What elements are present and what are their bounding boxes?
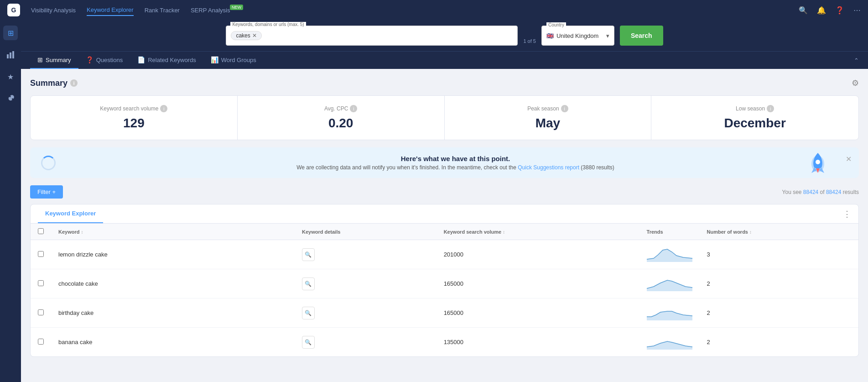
table-tab-row: Keyword Explorer ⋮ <box>31 204 858 224</box>
svg-marker-8 <box>647 341 692 350</box>
search-count: 1 of 5 <box>523 38 536 44</box>
results-total-link[interactable]: 88424 <box>826 189 841 195</box>
summary-tab-icon: ⊞ <box>37 56 43 63</box>
svg-marker-5 <box>647 249 692 262</box>
row-checkbox[interactable] <box>38 280 44 286</box>
nav-keyword-explorer[interactable]: Keyword Explorer <box>87 5 134 16</box>
help-icon[interactable]: ❓ <box>835 6 844 15</box>
volume-col-header[interactable]: Keyword search volume ↕ <box>437 224 639 240</box>
table-tab-keyword-explorer[interactable]: Keyword Explorer <box>38 204 103 223</box>
tab-expand-icon[interactable]: ⌃ <box>854 57 859 64</box>
main-layout: ⊞ ★ Keywords, domains or urls (max. 5) <box>0 20 868 382</box>
sidebar-icon-chart[interactable] <box>3 47 18 62</box>
volume-cell: 135000 <box>437 328 639 357</box>
country-select[interactable]: Country 🇬🇧 United Kingdom ▾ <box>541 26 614 46</box>
row-checkbox[interactable] <box>38 309 44 315</box>
volume-sort-icon: ↕ <box>503 230 505 235</box>
row-checkbox-cell <box>31 240 51 269</box>
table-row: birthday cake 🔍 165000 2 <box>31 298 858 328</box>
nav-serp-analysis[interactable]: SERP Analysis NEW <box>191 5 243 16</box>
results-info: You see 88424 of 88424 results <box>782 189 859 195</box>
keyword-cell: chocolate cake <box>51 269 295 298</box>
section-heading: Summary i ⚙ <box>30 78 859 88</box>
table-row: banana cake 🔍 135000 2 <box>31 328 858 357</box>
svg-marker-6 <box>647 280 692 291</box>
svg-rect-0 <box>7 54 9 58</box>
words-cell: 2 <box>700 298 858 328</box>
stat-peak-value: May <box>456 116 640 131</box>
keyword-input-box[interactable]: cakes ✕ <box>226 26 518 46</box>
row-checkbox[interactable] <box>38 339 44 345</box>
section-title: Summary i <box>30 78 78 88</box>
search-bar-area: Keywords, domains or urls (max. 5) cakes… <box>21 20 868 51</box>
volume-cell: 165000 <box>437 298 639 328</box>
content-area: Summary i ⚙ Keyword search volume i 129 … <box>21 69 868 382</box>
nav-visibility[interactable]: Visibility Analysis <box>31 5 76 16</box>
country-label: Country <box>546 22 566 27</box>
keyword-details-button[interactable]: 🔍 <box>302 277 315 290</box>
filter-button[interactable]: Filter + <box>30 185 63 199</box>
keyword-input-wrapper: Keywords, domains or urls (max. 5) cakes… <box>226 26 518 46</box>
svg-point-4 <box>816 160 820 164</box>
tab-related-keywords[interactable]: 📄 Related Keywords <box>130 52 203 69</box>
keywords-table: Keyword ↕ Keyword details Keyword search… <box>31 224 858 356</box>
summary-info-icon[interactable]: i <box>70 79 78 87</box>
quick-suggestions-link[interactable]: Quick Suggestions report <box>518 164 579 171</box>
sidebar-icon-wrench[interactable] <box>3 91 18 106</box>
sidebar-icon-grid[interactable]: ⊞ <box>3 26 18 40</box>
tag-close-icon[interactable]: ✕ <box>252 32 257 39</box>
nav-rank-tracker[interactable]: Rank Tracker <box>145 5 180 16</box>
stats-row: Keyword search volume i 129 Avg. CPC i 0… <box>30 95 859 140</box>
select-all-checkbox[interactable] <box>38 228 44 234</box>
tab-summary[interactable]: ⊞ Summary <box>30 52 78 69</box>
details-col-header: Keyword details <box>295 224 437 240</box>
details-cell: 🔍 <box>295 328 437 357</box>
tab-word-groups[interactable]: 📊 Word Groups <box>203 52 264 69</box>
volume-cell: 201000 <box>437 240 639 269</box>
stat-low-value: December <box>662 116 847 131</box>
stat-cpc-value: 0.20 <box>249 116 433 131</box>
keyword-details-button[interactable]: 🔍 <box>302 307 315 319</box>
country-name: United Kingdom <box>556 32 599 39</box>
trend-cell <box>639 269 700 298</box>
stat-peak-season: Peak season i May <box>445 96 652 140</box>
details-cell: 🔍 <box>295 298 437 328</box>
row-checkbox[interactable] <box>38 251 44 257</box>
nav-right: 🔍 🔔 ❓ ⋯ <box>799 6 861 15</box>
stat-avg-cpc: Avg. CPC i 0.20 <box>238 96 445 140</box>
sidebar-icon-star[interactable]: ★ <box>3 69 18 84</box>
table-more-icon[interactable]: ⋮ <box>843 209 851 219</box>
volume-info-icon[interactable]: i <box>160 105 167 112</box>
settings-gear-icon[interactable]: ⚙ <box>852 78 859 88</box>
info-banner: Here's what we have at this point. We ar… <box>30 147 859 178</box>
trend-cell <box>639 240 700 269</box>
main-content: Keywords, domains or urls (max. 5) cakes… <box>21 20 868 382</box>
keyword-details-button[interactable]: 🔍 <box>302 248 315 261</box>
rocket-icon <box>804 149 832 177</box>
bell-icon[interactable]: 🔔 <box>817 6 826 15</box>
tab-bar: ⊞ Summary ❓ Questions 📄 Related Keywords… <box>21 51 868 69</box>
banner-subtitle: We are collecting data and will notify y… <box>63 164 848 171</box>
details-cell: 🔍 <box>295 269 437 298</box>
new-badge: NEW <box>230 5 243 10</box>
grid-icon[interactable]: ⋯ <box>853 6 861 15</box>
app-logo: G <box>7 4 20 16</box>
low-info-icon[interactable]: i <box>767 105 774 112</box>
stat-volume-value: 129 <box>42 116 226 131</box>
table-header-row: Keyword ↕ Keyword details Keyword search… <box>31 224 858 240</box>
table-row: chocolate cake 🔍 165000 2 <box>31 269 858 298</box>
tab-questions[interactable]: ❓ Questions <box>78 52 130 69</box>
related-tab-icon: 📄 <box>137 56 145 63</box>
peak-info-icon[interactable]: i <box>561 105 568 112</box>
words-col-header[interactable]: Number of words ↕ <box>700 224 858 240</box>
groups-tab-icon: 📊 <box>211 56 218 63</box>
keyword-details-button[interactable]: 🔍 <box>302 336 315 349</box>
banner-dismiss-icon[interactable]: ✕ <box>846 155 852 163</box>
trend-cell <box>639 328 700 357</box>
search-icon[interactable]: 🔍 <box>799 6 808 15</box>
cpc-info-icon[interactable]: i <box>350 105 357 112</box>
banner-text: Here's what we have at this point. We ar… <box>63 155 848 171</box>
results-count-link[interactable]: 88424 <box>803 189 818 195</box>
keyword-col-header[interactable]: Keyword ↕ <box>51 224 295 240</box>
search-button[interactable]: Search <box>620 26 663 46</box>
